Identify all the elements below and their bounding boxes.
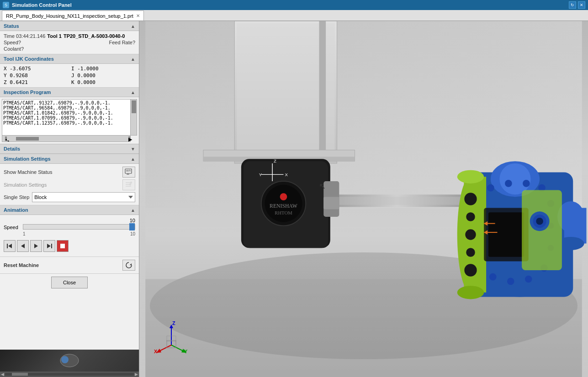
svg-point-58 [457,286,484,299]
step-back-icon [20,243,26,249]
sim-settings-section-header[interactable]: Simulation Settings ▲ [0,154,139,164]
stop-button[interactable] [57,240,69,252]
details-section-header[interactable]: Details ▼ [0,144,139,154]
coord-y-value: Y 0.9268 [4,73,28,79]
svg-point-68 [464,264,477,276]
thumbnail-scrollbar[interactable]: ◀ ▶ [0,372,139,377]
status-section-header[interactable]: Status ▲ [0,21,139,31]
coordinates-collapse-icon[interactable]: ▲ [131,57,135,62]
details-collapse-icon[interactable]: ▼ [131,147,135,152]
axis-svg: Z X Y [153,318,190,354]
sim-settings-icon [125,181,133,189]
coolant-label: Coolant? [4,46,24,52]
axis-indicator: Z X Y [153,318,190,354]
refresh-button[interactable]: ↻ [569,1,576,9]
sim-settings-button[interactable] [122,179,135,190]
svg-rect-12 [7,244,8,248]
3d-scene: RENISHAW RHTOM Z X Y [139,21,588,377]
thumbnail-image [0,350,139,372]
status-row-1: Time 03:44:21.146 Tool 1 TP20_STD_A-5003… [4,33,135,39]
svg-point-79 [525,276,532,283]
svg-point-66 [465,229,476,240]
svg-marker-18 [130,263,132,265]
inspection-section-header[interactable]: Inspection Program ▲ [0,87,139,97]
animation-section-header[interactable]: Animation ▲ [0,205,139,215]
coord-j-row: J 0.0000 [71,73,135,79]
reset-machine-button[interactable] [122,260,135,271]
close-window-button[interactable]: ✕ [578,1,585,9]
coord-j-value: J 0.0000 [71,73,95,79]
svg-point-80 [507,278,514,285]
speed-slider-container [23,224,135,230]
animation-collapse-icon[interactable]: ▲ [131,208,135,213]
tab-bar: RR_Pump_Body_Housing_NX11_inspection_set… [0,10,588,21]
inspection-collapse-icon[interactable]: ▲ [131,90,135,95]
svg-rect-91 [323,197,339,209]
animation-controls [4,238,135,254]
coordinates-section-header[interactable]: Tool IJK Coordinates ▲ [0,54,139,64]
step-forward-icon [33,243,39,249]
close-button[interactable]: Close [51,277,88,288]
tool-value: TP20_STD_A-5003-0040-0 [64,33,125,39]
show-machine-status-label: Show Machine Status [4,169,52,175]
svg-rect-38 [326,197,468,205]
svg-rect-70 [488,212,524,257]
sim-settings-label: Simulation Settings [4,182,47,188]
svg-marker-14 [34,244,38,248]
speed-slider[interactable] [23,224,135,230]
skip-back-button[interactable] [4,240,16,252]
svg-marker-13 [21,244,25,248]
svg-rect-3 [129,171,131,171]
svg-point-65 [466,212,475,221]
close-button-area: Close [0,273,139,291]
single-step-dropdown[interactable]: Block [32,192,135,202]
status-collapse-icon[interactable]: ▲ [131,24,135,29]
sim-settings-collapse-icon[interactable]: ▲ [131,157,135,162]
step-forward-button[interactable] [30,240,42,252]
coord-k-value: K 0.0000 [71,79,95,85]
inspection-text-area[interactable]: PTMEAS/CART,.91327,.69879,-.9,0,0,0,-1. … [2,99,131,136]
machine-status-icon [125,168,133,176]
tab-close-button[interactable]: ✕ [136,13,140,18]
feedrate-label: Feed Rate? [109,40,135,45]
step-back-button[interactable] [17,240,29,252]
svg-point-64 [464,193,477,205]
coordinates-title: Tool IJK Coordinates [4,56,54,62]
svg-text:Z: Z [172,320,175,326]
title-bar-controls: ↻ ✕ [569,1,585,9]
viewport[interactable]: RENISHAW RHTOM Z X Y [139,21,588,377]
status-title: Status [4,23,19,29]
svg-text:Z: Z [274,158,276,163]
reset-machine-row: Reset Machine [0,257,139,273]
tab-label: RR_Pump_Body_Housing_NX11_inspection_set… [6,13,133,19]
svg-point-81 [489,273,497,281]
status-row-3: Coolant? [4,46,135,52]
svg-point-67 [466,248,475,257]
insp-scrollbar-vertical[interactable] [131,99,137,136]
show-machine-status-button[interactable] [122,167,135,178]
thumbnail-preview [51,351,88,370]
svg-text:Y: Y [184,349,188,354]
svg-text:X: X [285,172,288,177]
sim-settings-title: Simulation Settings [4,156,51,162]
skip-forward-icon [46,243,53,249]
svg-point-9 [131,182,132,183]
thumb-scroll-thumb [12,373,28,376]
single-step-row: Single Step Block [4,192,135,202]
svg-text:RHTOM: RHTOM [275,210,292,215]
main-content: Status ▲ Time 03:44:21.146 Tool 1 TP20_S… [0,21,588,377]
coordinates-grid: X -3.6075 I -1.0000 Y 0.9268 J 0.0000 Z … [0,64,139,87]
coord-k-row: K 0.0000 [71,79,135,85]
insp-scrollbar-horizontal[interactable]: ◀ ▶ [2,136,131,142]
skip-forward-button[interactable] [43,240,55,252]
tab-main[interactable]: RR_Pump_Body_Housing_NX11_inspection_set… [2,10,144,21]
coord-i-value: I -1.0000 [71,66,99,72]
coord-y-row: Y 0.9268 [4,73,68,79]
svg-rect-2 [129,170,130,170]
insp-scroll-thumb-h [16,137,39,141]
svg-point-71 [487,184,494,192]
svg-text:RENISHAW: RENISHAW [270,203,298,209]
insp-line-1: PTMEAS/CART,.91327,.69879,-.9,0,0,0,-1. [3,100,129,105]
svg-point-20 [61,356,69,363]
svg-point-34 [280,193,287,200]
